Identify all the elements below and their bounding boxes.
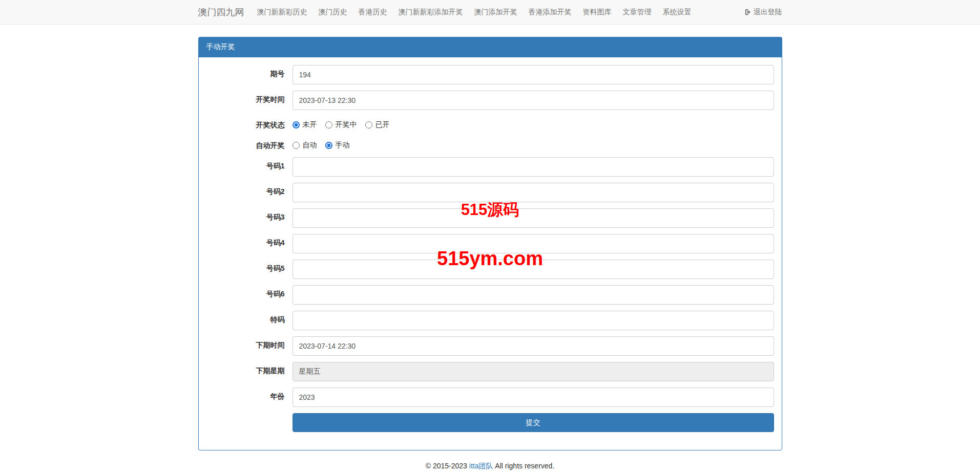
number-6-label: 号码6	[206, 285, 293, 305]
next-draw-time-input[interactable]	[293, 336, 774, 356]
special-number-label: 特码	[206, 311, 293, 330]
main-container: 手动开奖 期号开奖时间开奖状态未开开奖中已开自动开奖自动手动号码1号码2号码3号…	[198, 37, 782, 450]
next-weekday-label: 下期星期	[206, 362, 293, 381]
number-2-field	[293, 183, 774, 202]
submit-row: 提交	[206, 413, 774, 436]
nav-menu: 澳门新新彩历史澳门历史香港历史澳门新新彩添加开奖澳门添加开奖香港添加开奖资料图库…	[252, 0, 697, 24]
navbar-container: 澳门四九网 澳门新新彩历史澳门历史香港历史澳门新新彩添加开奖澳门添加开奖香港添加…	[198, 0, 782, 24]
field-special-number: 特码	[206, 311, 774, 330]
number-2-input[interactable]	[293, 183, 774, 202]
nav-link-7[interactable]: 文章管理	[617, 0, 657, 24]
issue-number-label: 期号	[206, 65, 293, 84]
copyright-prefix: © 2015-2023	[426, 462, 469, 470]
nav-item: 文章管理	[617, 0, 657, 24]
draw-time-field	[293, 91, 774, 110]
nav-link-5[interactable]: 香港添加开奖	[523, 0, 577, 24]
top-navbar: 澳门四九网 澳门新新彩历史澳门历史香港历史澳门新新彩添加开奖澳门添加开奖香港添加…	[0, 0, 980, 25]
field-number-4: 号码4	[206, 234, 774, 253]
radio-icon	[293, 142, 300, 149]
logout-label: 退出登陆	[754, 8, 782, 17]
radio-icon	[365, 121, 372, 128]
auto-draw-label: 自动开奖	[206, 137, 293, 150]
logout-link[interactable]: 退出登陆	[744, 8, 782, 17]
panel-title: 手动开奖	[198, 37, 782, 57]
number-4-label: 号码4	[206, 234, 293, 253]
nav-link-4[interactable]: 澳门添加开奖	[469, 0, 523, 24]
team-link[interactable]: itta团队	[469, 462, 493, 470]
draw-time-input[interactable]	[293, 91, 774, 110]
field-issue-number: 期号	[206, 65, 774, 84]
nav-link-1[interactable]: 澳门历史	[313, 0, 353, 24]
next-weekday-input[interactable]	[293, 362, 774, 381]
field-next-draw-time: 下期时间	[206, 336, 774, 356]
nav-link-0[interactable]: 澳门新新彩历史	[252, 0, 313, 24]
auto-draw-option[interactable]: 自动	[293, 141, 317, 150]
copyright-suffix: All rights reserved.	[493, 462, 554, 470]
radio-option-label: 未开	[303, 120, 317, 130]
nav-item: 香港历史	[353, 0, 393, 24]
draw-status-option[interactable]: 未开	[293, 120, 317, 130]
radio-icon	[325, 121, 332, 128]
number-4-field	[293, 234, 774, 253]
sign-out-icon	[744, 8, 754, 16]
nav-item: 澳门新新彩历史	[252, 0, 313, 24]
year-field	[293, 388, 774, 407]
number-3-label: 号码3	[206, 208, 293, 228]
draw-time-label: 开奖时间	[206, 91, 293, 110]
field-year: 年份	[206, 388, 774, 407]
radio-option-label: 开奖中	[336, 120, 357, 130]
number-2-label: 号码2	[206, 183, 293, 202]
year-label: 年份	[206, 388, 293, 407]
field-next-weekday: 下期星期	[206, 362, 774, 381]
issue-number-input[interactable]	[293, 65, 774, 84]
issue-number-field	[293, 65, 774, 84]
year-input[interactable]	[293, 388, 774, 407]
field-draw-time: 开奖时间	[206, 91, 774, 110]
radio-option-label: 已开	[376, 120, 390, 130]
nav-link-3[interactable]: 澳门新新彩添加开奖	[393, 0, 469, 24]
number-6-input[interactable]	[293, 285, 774, 305]
draw-status-option[interactable]: 开奖中	[325, 120, 357, 130]
special-number-field	[293, 311, 774, 330]
next-draw-time-label: 下期时间	[206, 336, 293, 356]
special-number-input[interactable]	[293, 311, 774, 330]
field-number-6: 号码6	[206, 285, 774, 305]
nav-link-2[interactable]: 香港历史	[353, 0, 393, 24]
manual-draw-panel: 手动开奖 期号开奖时间开奖状态未开开奖中已开自动开奖自动手动号码1号码2号码3号…	[198, 37, 782, 450]
manual-draw-form: 期号开奖时间开奖状态未开开奖中已开自动开奖自动手动号码1号码2号码3号码4号码5…	[206, 65, 774, 407]
nav-item: 系统设置	[657, 0, 697, 24]
draw-status-label: 开奖状态	[206, 116, 293, 130]
nav-item: 澳门新新彩添加开奖	[393, 0, 469, 24]
nav-link-6[interactable]: 资料图库	[577, 0, 617, 24]
nav-link-8[interactable]: 系统设置	[657, 0, 697, 24]
next-weekday-field	[293, 362, 774, 381]
auto-draw-option[interactable]: 手动	[325, 141, 350, 150]
next-draw-time-field	[293, 336, 774, 356]
nav-item: 澳门添加开奖	[469, 0, 523, 24]
radio-option-label: 自动	[303, 141, 317, 150]
number-3-input[interactable]	[293, 208, 774, 228]
radio-option-label: 手动	[336, 141, 350, 150]
number-5-input[interactable]	[293, 260, 774, 279]
field-number-2: 号码2	[206, 183, 774, 202]
submit-button[interactable]: 提交	[293, 413, 774, 432]
auto-draw-field: 自动手动	[293, 137, 774, 150]
field-number-1: 号码1	[206, 157, 774, 177]
draw-status-option[interactable]: 已开	[365, 120, 390, 130]
nav-item: 澳门历史	[313, 0, 353, 24]
radio-icon	[325, 142, 332, 149]
number-5-label: 号码5	[206, 260, 293, 279]
number-3-field	[293, 208, 774, 228]
nav-item: 资料图库	[577, 0, 617, 24]
nav-item: 香港添加开奖	[523, 0, 577, 24]
number-4-input[interactable]	[293, 234, 774, 253]
number-6-field	[293, 285, 774, 305]
field-auto-draw: 自动开奖自动手动	[206, 137, 774, 150]
draw-status-field: 未开开奖中已开	[293, 116, 774, 130]
submit-spacer	[206, 413, 293, 436]
radio-icon	[293, 121, 300, 128]
panel-body: 期号开奖时间开奖状态未开开奖中已开自动开奖自动手动号码1号码2号码3号码4号码5…	[199, 57, 782, 450]
field-number-3: 号码3	[206, 208, 774, 228]
brand-link[interactable]: 澳门四九网	[198, 6, 244, 18]
number-1-input[interactable]	[293, 157, 774, 177]
